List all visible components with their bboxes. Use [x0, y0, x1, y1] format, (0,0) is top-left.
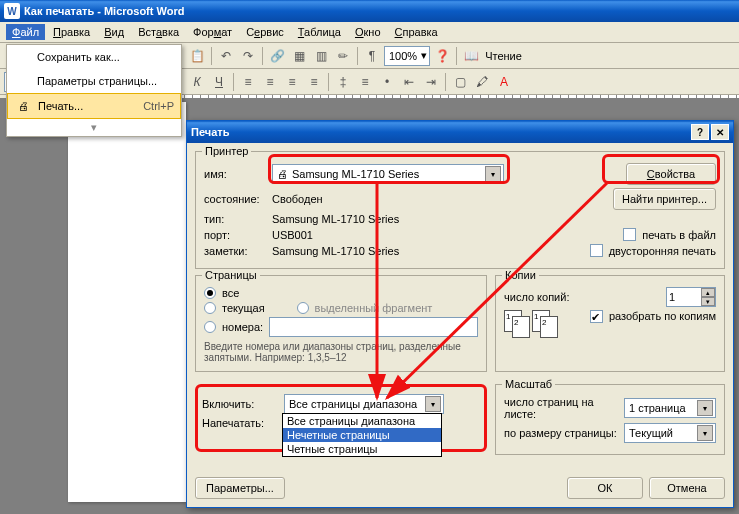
redo-icon[interactable]: ↷ [238, 46, 258, 66]
copies-count-input[interactable] [667, 291, 699, 303]
spin-down-icon[interactable]: ▾ [701, 297, 715, 306]
pages-per-sheet-dropdown[interactable]: 1 страница ▾ [624, 398, 716, 418]
menu-edit[interactable]: Правка [47, 24, 96, 40]
menu-print[interactable]: 🖨 Печать... Ctrl+P [7, 93, 181, 119]
menu-tools[interactable]: Сервис [240, 24, 290, 40]
copies-count-label: число копий: [504, 291, 569, 303]
link-icon[interactable]: 🔗 [267, 46, 287, 66]
ok-button[interactable]: ОК [567, 477, 643, 499]
print-menu-icon: 🖨 [14, 98, 32, 114]
copies-count-spin[interactable]: ▴▾ [666, 287, 716, 307]
fit-to-dropdown[interactable]: Текущий ▾ [624, 423, 716, 443]
port-value: USB001 [272, 229, 313, 241]
pages-per-sheet-label: число страниц на листе: [504, 396, 618, 420]
type-value: Samsung ML-1710 Series [272, 213, 399, 225]
params-button[interactable]: Параметры... [195, 477, 285, 499]
list-num-icon[interactable]: ≡ [355, 72, 375, 92]
chevron-down-icon: ▾ [425, 396, 441, 412]
app-title: Как печатать - Microsoft Word [24, 5, 184, 17]
outdent-icon[interactable]: ⇤ [399, 72, 419, 92]
comment-value: Samsung ML-1710 Series [272, 245, 399, 257]
list-bullet-icon[interactable]: • [377, 72, 397, 92]
undo-icon[interactable]: ↶ [216, 46, 236, 66]
font-color-icon[interactable]: A [494, 72, 514, 92]
pages-selection-label: выделенный фрагмент [315, 302, 433, 314]
print-what-label: Напечатать: [202, 417, 278, 429]
align-center-icon[interactable]: ≡ [260, 72, 280, 92]
print-to-file-checkbox[interactable] [623, 228, 636, 241]
menu-window[interactable]: Окно [349, 24, 387, 40]
zoom-combo[interactable]: 100%▾ [384, 46, 430, 66]
highlight-icon[interactable]: 🖍 [472, 72, 492, 92]
spin-up-icon[interactable]: ▴ [701, 288, 715, 297]
help-button[interactable]: ? [691, 124, 709, 140]
include-opt-even[interactable]: Четные страницы [283, 442, 441, 456]
menu-insert[interactable]: Вставка [132, 24, 185, 40]
include-label: Включить: [202, 398, 278, 410]
name-label: имя: [204, 168, 266, 180]
italic-icon[interactable]: К [187, 72, 207, 92]
properties-button[interactable]: Свойства [626, 163, 716, 185]
save-as-icon [13, 49, 31, 65]
printer-group: Принтер имя: 🖨 Samsung ML-1710 Series ▾ … [195, 151, 725, 269]
status-label: состояние: [204, 193, 266, 205]
dialog-titlebar: Печать ? ✕ [187, 121, 733, 143]
include-dropdown[interactable]: Все страницы диапазона ▾ [284, 394, 444, 414]
menu-page-setup[interactable]: Параметры страницы... [7, 69, 181, 93]
duplex-checkbox[interactable] [590, 244, 603, 257]
reading-icon[interactable]: 📖 [461, 46, 481, 66]
printer-legend: Принтер [202, 145, 251, 157]
menu-help[interactable]: Справка [389, 24, 444, 40]
menu-table[interactable]: Таблица [292, 24, 347, 40]
collate-checkbox[interactable]: ✔ [590, 310, 603, 323]
borders-icon[interactable]: ▢ [450, 72, 470, 92]
chevron-down-icon: ▾ [697, 425, 713, 441]
columns-icon[interactable]: ▥ [311, 46, 331, 66]
pages-current-radio[interactable] [204, 302, 216, 314]
include-opt-odd[interactable]: Нечетные страницы [283, 428, 441, 442]
copies-group: Копии число копий: ▴▾ 1 2 1 2 [495, 275, 725, 372]
status-value: Свободен [272, 193, 323, 205]
menu-format[interactable]: Формат [187, 24, 238, 40]
printer-name-dropdown[interactable]: 🖨 Samsung ML-1710 Series ▾ [272, 164, 504, 184]
pages-group: Страницы все текущая выделенный фрагмент… [195, 275, 487, 372]
pages-legend: Страницы [202, 269, 260, 281]
help-icon[interactable]: ❓ [432, 46, 452, 66]
fit-to-label: по размеру страницы: [504, 427, 618, 439]
pages-hint: Введите номера или диапазоны страниц, ра… [204, 341, 478, 363]
type-label: тип: [204, 213, 266, 225]
menu-save-as[interactable]: Сохранить как... [7, 45, 181, 69]
word-icon: W [4, 3, 20, 19]
pages-all-radio[interactable] [204, 287, 216, 299]
menu-file[interactable]: Файл [6, 24, 45, 40]
page-setup-icon [13, 73, 31, 89]
copies-legend: Копии [502, 269, 539, 281]
reading-label[interactable]: Чтение [485, 50, 522, 62]
menu-expand[interactable]: ▾ [7, 119, 181, 136]
include-opt-all[interactable]: Все страницы диапазона [283, 414, 441, 428]
menu-view[interactable]: Вид [98, 24, 130, 40]
pages-numbers-radio[interactable] [204, 321, 216, 333]
paste-icon[interactable]: 📋 [187, 46, 207, 66]
table-icon[interactable]: ▦ [289, 46, 309, 66]
pages-numbers-input[interactable] [269, 317, 478, 337]
pages-current-label: текущая [222, 302, 265, 314]
indent-icon[interactable]: ⇥ [421, 72, 441, 92]
chevron-down-icon: ▾ [485, 166, 501, 182]
comment-label: заметки: [204, 245, 266, 257]
pages-selection-radio[interactable] [297, 302, 309, 314]
drawing-icon[interactable]: ✏ [333, 46, 353, 66]
justify-icon[interactable]: ≡ [304, 72, 324, 92]
align-right-icon[interactable]: ≡ [282, 72, 302, 92]
show-marks-icon[interactable]: ¶ [362, 46, 382, 66]
collate-graphic: 1 2 1 2 [504, 310, 564, 350]
align-left-icon[interactable]: ≡ [238, 72, 258, 92]
printer-icon: 🖨 [277, 168, 288, 180]
underline-icon[interactable]: Ч [209, 72, 229, 92]
line-spacing-icon[interactable]: ‡ [333, 72, 353, 92]
cancel-button[interactable]: Отмена [649, 477, 725, 499]
find-printer-button[interactable]: Найти принтер... [613, 188, 716, 210]
scale-group: Масштаб число страниц на листе: 1 страни… [495, 384, 725, 455]
close-button[interactable]: ✕ [711, 124, 729, 140]
duplex-label: двусторонняя печать [609, 245, 716, 257]
